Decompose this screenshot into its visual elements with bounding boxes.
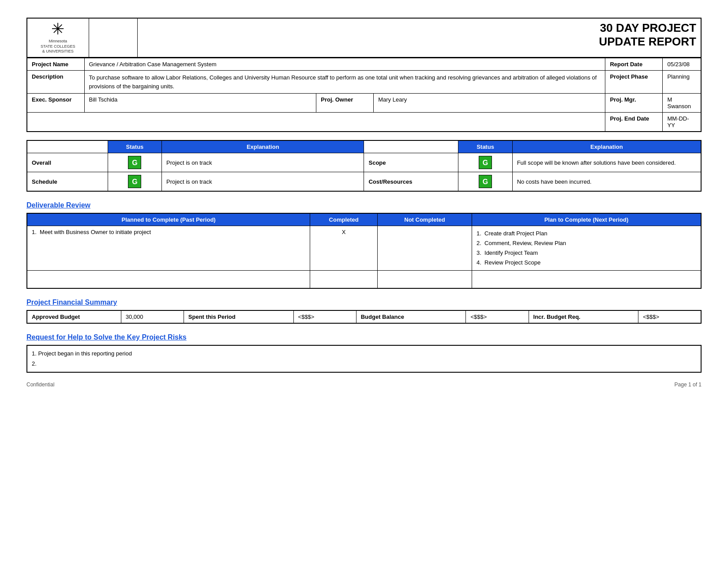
status-col1-header: Status: [108, 140, 161, 153]
overall-status-badge: G: [128, 156, 141, 169]
footer-right: Page 1 of 1: [675, 382, 702, 388]
scope-explanation: Full scope will be known after solutions…: [512, 153, 701, 172]
logo-cell: ✳ Minnesota STATE COLLEGES & UNIVERSITIE…: [27, 18, 89, 57]
project-name-label: Project Name: [27, 58, 84, 71]
proj-end-date-label: Proj. End Date: [605, 113, 663, 132]
explanation-col1-header: Explanation: [162, 140, 364, 153]
explanation-col2-header: Explanation: [512, 140, 701, 153]
deliverable-nextperiod-1: 1. Create draft Project Plan 2. Comment,…: [472, 226, 701, 271]
logo-text: Minnesota STATE COLLEGES & UNIVERSITIES: [32, 39, 84, 54]
report-title: 30 DAY PROJECT UPDATE REPORT: [142, 21, 696, 49]
financial-heading: Project Financial Summary: [26, 299, 702, 306]
overall-label: Overall: [27, 153, 108, 172]
overall-explanation: Project is on track: [162, 153, 364, 172]
deliverable-notcompleted-1: [378, 226, 472, 271]
deliverable-completed-1: X: [310, 226, 378, 271]
exec-sponsor-label: Exec. Sponsor: [27, 94, 84, 113]
budget-balance-value: <$$$>: [466, 310, 529, 323]
risks-heading: Request for Help to Solve the Key Projec…: [26, 333, 702, 341]
deliverable-row-2: [27, 271, 701, 288]
status-col2-header: Status: [458, 140, 512, 153]
overall-status-cell: G: [108, 153, 161, 172]
scope-status-badge: G: [479, 156, 492, 169]
report-title-cell: 30 DAY PROJECT UPDATE REPORT: [138, 18, 701, 57]
risk-table: 1. Project began in this reporting perio…: [26, 345, 702, 373]
risk-item-2: 2.: [32, 360, 37, 367]
description-label: Description: [27, 71, 84, 94]
financial-table: Approved Budget 30,000 Spent this Period…: [26, 310, 702, 324]
cost-status-cell: G: [458, 172, 512, 192]
approved-budget-value: 30,000: [121, 310, 184, 323]
schedule-label: Schedule: [27, 172, 108, 192]
report-date-label: Report Date: [605, 58, 663, 71]
logo-line3: & UNIVERSITIES: [42, 49, 74, 53]
info-table: Project Name Grievance / Arbitration Cas…: [26, 58, 702, 132]
proj-owner-value: Mary Leary: [374, 94, 605, 113]
budget-balance-label: Budget Balance: [356, 310, 466, 323]
cost-explanation: No costs have been incurred.: [512, 172, 701, 192]
logo-line2: STATE COLLEGES: [41, 44, 75, 49]
deliverable-planned-2: [27, 271, 310, 288]
footer: Confidential Page 1 of 1: [26, 382, 702, 388]
project-phase-label: Project Phase: [605, 71, 663, 94]
col-notcompleted-header: Not Completed: [378, 213, 472, 226]
proj-end-date-value: MM-DD-YY: [663, 113, 701, 132]
description-value: To purchase software to allow Labor Rela…: [84, 71, 605, 94]
cost-status-badge: G: [479, 175, 492, 188]
risk-item-1: 1. Project began in this reporting perio…: [32, 350, 132, 357]
col-nextperiod-header: Plan to Complete (Next Period): [472, 213, 701, 226]
spent-period-label: Spent this Period: [184, 310, 293, 323]
exec-sponsor-value: Bill Tschida: [84, 94, 316, 113]
deliverable-planned-1: 1. Meet with Business Owner to initiate …: [27, 226, 310, 271]
status-grid-empty2: [364, 140, 458, 153]
status-grid-empty1: [27, 140, 108, 153]
deliverable-notcompleted-2: [378, 271, 472, 288]
project-name-value: Grievance / Arbitration Case Management …: [84, 58, 605, 71]
logo-line1: Minnesota: [49, 39, 67, 43]
logo-icon: ✳: [32, 21, 84, 37]
proj-owner-label: Proj. Owner: [316, 94, 374, 113]
deliverable-row-1: 1. Meet with Business Owner to initiate …: [27, 226, 701, 271]
project-phase-value: Planning: [663, 71, 701, 94]
deliverable-heading: Deliverable Review: [26, 201, 702, 209]
cost-label: Cost/Resources: [364, 172, 458, 192]
report-title-line2: UPDATE REPORT: [599, 35, 696, 48]
schedule-status-badge: G: [128, 175, 141, 188]
footer-left: Confidential: [26, 382, 54, 388]
report-date-value: 05/23/08: [663, 58, 701, 71]
schedule-explanation: Project is on track: [162, 172, 364, 192]
deliverable-nextperiod-2: [472, 271, 701, 288]
proj-mgr-value: M Swanson: [663, 94, 701, 113]
scope-status-cell: G: [458, 153, 512, 172]
status-grid: Status Explanation Status Explanation Ov…: [26, 140, 702, 192]
incr-budget-label: Incr. Budget Req.: [529, 310, 638, 323]
scope-label: Scope: [364, 153, 458, 172]
incr-budget-value: <$$$>: [638, 310, 701, 323]
risk-content: 1. Project began in this reporting perio…: [27, 345, 701, 372]
proj-enddate-empty: [27, 113, 605, 132]
deliverable-completed-2: [310, 271, 378, 288]
header-spacer: [89, 18, 138, 57]
proj-mgr-label: Proj. Mgr.: [605, 94, 663, 113]
deliverable-table: Planned to Complete (Past Period) Comple…: [26, 213, 702, 289]
header-table: ✳ Minnesota STATE COLLEGES & UNIVERSITIE…: [26, 18, 702, 58]
report-title-line1: 30 DAY PROJECT: [600, 21, 696, 34]
project-phase-label-text: Project Phase: [610, 73, 648, 80]
col-completed-header: Completed: [310, 213, 378, 226]
schedule-status-cell: G: [108, 172, 161, 192]
col-planned-header: Planned to Complete (Past Period): [27, 213, 310, 226]
spent-period-value: <$$$>: [293, 310, 356, 323]
approved-budget-label: Approved Budget: [27, 310, 121, 323]
